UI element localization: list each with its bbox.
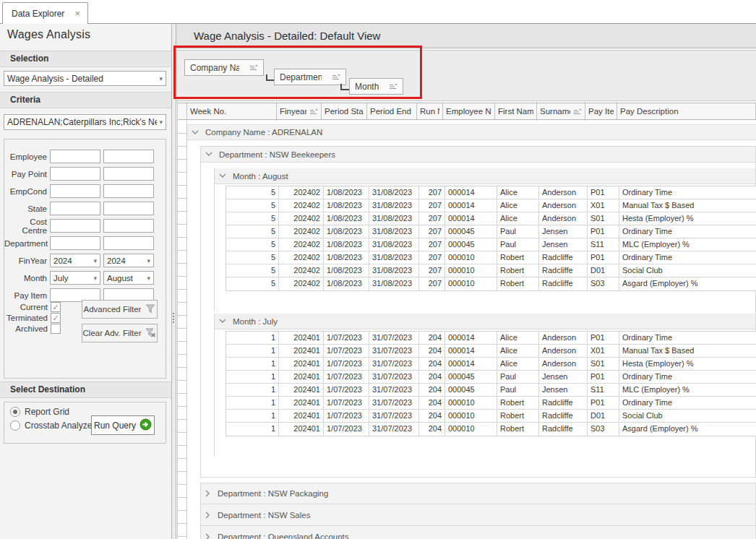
state-input-1[interactable] (50, 202, 100, 215)
column-header-pay-description[interactable]: Pay Description (617, 103, 756, 119)
advanced-filter-button[interactable]: Advanced Filter (82, 300, 158, 319)
table-row[interactable]: 52024021/08/202331/08/2023207000010Rober… (226, 251, 756, 264)
checkbox-label: Current (20, 303, 51, 311)
report-grid-radio[interactable]: Report Grid (10, 407, 69, 417)
cell: Radcliffe (539, 264, 588, 277)
cell: Ordinary Time (619, 397, 756, 409)
finyear-select-1[interactable]: 2024▾ (50, 254, 100, 267)
chevron-down-icon (187, 130, 205, 135)
run-query-button[interactable]: Run Query (91, 415, 155, 435)
department-input-1[interactable] (50, 236, 100, 250)
cell: Paul (497, 384, 539, 396)
cell: Alice (497, 358, 539, 370)
cell: P01 (588, 225, 619, 238)
table-row[interactable]: 12024011/07/202331/07/2023204000014Alice… (226, 345, 756, 358)
clear-adv-filter-button[interactable]: Clear Adv. Filter (82, 324, 158, 342)
table-row[interactable]: 52024021/08/202331/08/2023207000014Alice… (226, 186, 756, 199)
table-row[interactable]: 12024011/07/202331/07/2023204000014Alice… (226, 332, 756, 345)
cell: Robert (497, 423, 539, 436)
group-row-label: Department : NSW Packaging (218, 489, 328, 498)
cell: 31/07/2023 (369, 423, 419, 436)
department-input-2[interactable] (103, 236, 154, 250)
cell: 31/08/2023 (369, 277, 419, 290)
archived-checkbox[interactable] (51, 324, 61, 334)
cell: 207 (419, 251, 445, 264)
table-row[interactable]: 12024011/07/202331/07/2023204000010Rober… (226, 423, 756, 436)
combo-value: July (53, 274, 91, 283)
column-header-surname[interactable]: Surname (537, 103, 585, 119)
table-row[interactable]: 12024011/07/202331/07/2023204000014Alice… (226, 358, 756, 371)
column-header-finyear[interactable]: Finyear (277, 103, 322, 119)
table-row[interactable]: 52024021/08/202331/08/2023207000045PaulJ… (226, 225, 756, 238)
groupby-chip-department[interactable]: Department (274, 69, 346, 85)
cell: 5 (226, 251, 279, 264)
table-row[interactable]: 52024021/08/202331/08/2023207000045PaulJ… (226, 238, 756, 251)
column-header-week-no[interactable]: Week No. (187, 103, 277, 119)
cell: 204 (419, 332, 445, 344)
finyear-select-2[interactable]: 2024▾ (103, 254, 154, 267)
table-row[interactable]: 52024021/08/202331/08/2023207000014Alice… (226, 212, 756, 225)
table-row[interactable]: 12024011/07/202331/07/2023204000010Rober… (226, 397, 756, 410)
current-checkbox[interactable]: ✓ (51, 302, 61, 312)
cost-centre-input-2[interactable] (103, 219, 154, 233)
selection-select[interactable]: Wage Analysis - Detailed ▾ (4, 71, 166, 86)
sort-ascending-icon (306, 108, 318, 115)
column-header-period-start[interactable]: Period Start (322, 103, 367, 119)
table-row[interactable]: 12024011/07/202331/07/2023204000045PaulJ… (226, 384, 756, 397)
cell: Social Club (619, 410, 756, 422)
crosstab-analyzer-radio[interactable]: Crosstab Analyzer (10, 421, 95, 431)
column-header-first-name[interactable]: First Name (495, 103, 537, 119)
table-row[interactable]: 12024011/07/202331/07/2023204000010Rober… (226, 410, 756, 423)
table-row[interactable]: 52024021/08/202331/08/2023207000010Rober… (226, 277, 756, 290)
group-row-department-nsw-sales[interactable]: Department : NSW Sales (200, 504, 756, 526)
groupby-panel[interactable]: Company NameDepartmentMonth (176, 51, 756, 101)
group-row-company-name-adrenalan[interactable]: Company Name : ADRENALAN (187, 124, 756, 140)
groupby-chip-month[interactable]: Month (349, 78, 403, 95)
column-header-pay-item[interactable]: Pay Item (585, 103, 617, 119)
terminated-checkbox[interactable]: ✓ (51, 313, 61, 323)
cell: 202401 (279, 345, 324, 357)
employee-input-2[interactable] (103, 150, 154, 163)
cell: Ordinary Time (619, 225, 756, 238)
cost-centre-input-1[interactable] (50, 219, 100, 233)
cell: Radcliffe (539, 277, 588, 290)
cell: 202402 (279, 251, 324, 264)
cell: 204 (419, 397, 445, 409)
tab-close-icon[interactable]: × (74, 9, 80, 18)
group-row-month-july[interactable]: Month : July (215, 314, 755, 329)
cell: 1/08/2023 (324, 212, 369, 225)
criteria-fields: EmployeePay PointEmpCondStateCost Centre… (4, 150, 166, 302)
month-select-1[interactable]: July▾ (50, 271, 100, 285)
chevron-right-icon (201, 533, 218, 539)
cell: 31/08/2023 (369, 212, 419, 225)
column-header-period-end[interactable]: Period End (367, 103, 417, 119)
tab-data-explorer[interactable]: Data Explorer × (2, 2, 88, 24)
cell: D01 (588, 410, 619, 422)
cell: Paul (497, 371, 539, 383)
cell: S11 (588, 238, 619, 251)
groupby-chip-company-name[interactable]: Company Name (184, 59, 264, 76)
table-row[interactable]: 12024011/07/202331/07/2023204000045PaulJ… (226, 371, 756, 384)
empcond-input-2[interactable] (103, 184, 154, 198)
state-input-2[interactable] (103, 202, 154, 215)
empcond-input-1[interactable] (50, 184, 100, 198)
column-header-run-no[interactable]: Run No (417, 103, 443, 119)
pay-point-input-2[interactable] (103, 167, 154, 181)
group-row-department-nsw-packaging[interactable]: Department : NSW Packaging (200, 483, 756, 504)
table-row[interactable]: 52024021/08/202331/08/2023207000010Rober… (226, 264, 756, 277)
field-row-finyear: FinYear2024▾2024▾ (4, 254, 160, 267)
group-footer-space (215, 436, 755, 457)
group-row-month-august[interactable]: Month : August (215, 168, 755, 184)
employee-input-1[interactable] (50, 150, 100, 163)
table-row[interactable]: 52024021/08/202331/08/2023207000014Alice… (226, 199, 756, 212)
group-row-department-nsw-beekeepers[interactable]: Department : NSW Beekeepers (201, 147, 755, 163)
chevron-down-icon (215, 173, 233, 178)
panel-splitter[interactable] (171, 24, 176, 539)
criteria-companies-value: ADRENALAN;Caterpillars Inc;Rick's New ' (7, 117, 157, 127)
column-header-employee-no[interactable]: Employee No (443, 103, 495, 119)
group-row-department-queensland-accounts[interactable]: Department : Queensland Accounts (200, 526, 756, 539)
criteria-companies-select[interactable]: ADRENALAN;Caterpillars Inc;Rick's New ' … (4, 114, 166, 130)
month-select-2[interactable]: August▾ (103, 271, 154, 285)
cell: Jensen (539, 238, 588, 251)
pay-point-input-1[interactable] (50, 167, 100, 181)
